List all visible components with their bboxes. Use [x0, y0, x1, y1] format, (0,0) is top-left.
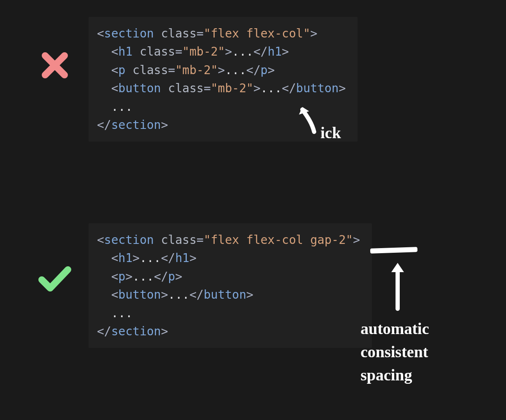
code-line: <p class="mb-2">...</p> [97, 61, 346, 79]
code-line: <p>...</p> [97, 268, 360, 286]
annotation-line-3: spacing [361, 366, 412, 384]
code-line: <section class="flex flex-col gap-2"> [97, 231, 360, 249]
code-line: </section> [97, 322, 360, 340]
code-line: <h1 class="mb-2">...</h1> [97, 43, 346, 61]
annotation-line-1: automatic [361, 320, 429, 338]
arrow-icon [297, 104, 323, 134]
code-line: <button class="mb-2">...</button> [97, 79, 346, 97]
code-line: <section class="flex flex-col"> [97, 24, 346, 43]
annotation-ick: ick [320, 124, 341, 142]
code-block-good: <section class="flex flex-col gap-2"> <h… [89, 223, 372, 348]
arrow-icon [387, 260, 408, 311]
annotation-line-2: consistent [361, 343, 428, 361]
underline-mark [370, 247, 417, 254]
code-line: ... [97, 304, 360, 322]
check-icon [34, 265, 76, 293]
cross-icon [34, 51, 76, 80]
code-line: <button>...</button> [97, 286, 360, 304]
code-line: <h1>...</h1> [97, 249, 360, 267]
